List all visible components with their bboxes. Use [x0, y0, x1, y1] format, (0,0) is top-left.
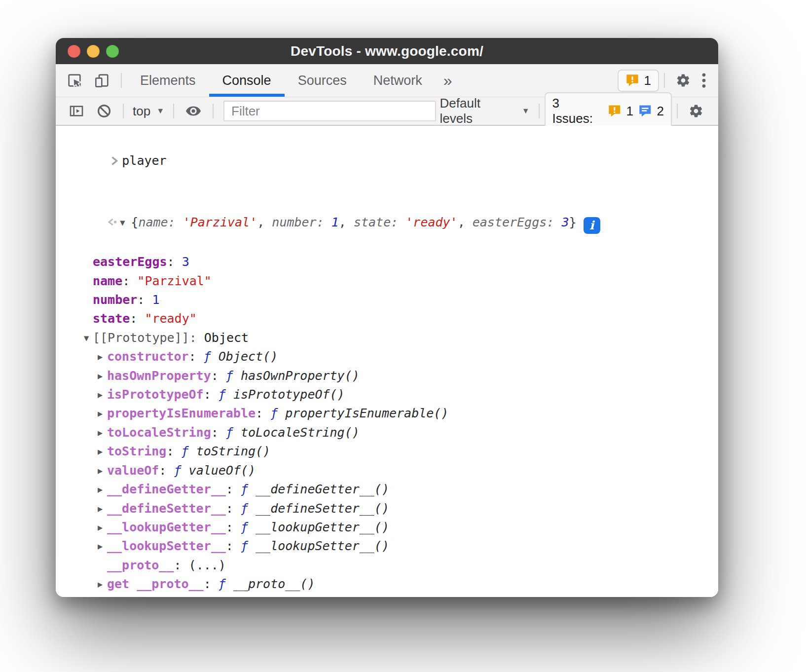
- prototype-member-key: hasOwnProperty: [107, 369, 211, 383]
- collapse-triangle-icon[interactable]: ▼: [84, 329, 93, 347]
- prototype-member-key: __lookupGetter__: [107, 520, 226, 534]
- prototype-member-colon: :: [211, 425, 226, 440]
- prototype-member-key: __proto__: [107, 558, 174, 572]
- minimize-window-button[interactable]: [87, 45, 100, 58]
- prototype-children: ▶constructor: ƒ Object()▶hasOwnProperty:…: [56, 347, 718, 597]
- prototype-member-key: toString: [107, 444, 166, 458]
- property-key: easterEggs: [93, 255, 167, 269]
- property-key: state: [93, 311, 130, 326]
- prototype-member-colon: :: [226, 501, 241, 516]
- function-symbol: ƒ: [204, 349, 211, 364]
- divider: [173, 104, 174, 118]
- tab-console[interactable]: Console: [209, 64, 285, 97]
- message-badge-icon: [638, 104, 652, 118]
- settings-button[interactable]: [670, 73, 696, 88]
- divider: [121, 73, 122, 88]
- accessor-ellipsis[interactable]: (...): [189, 558, 226, 572]
- tab-sources[interactable]: Sources: [285, 64, 360, 97]
- function-symbol: ƒ: [226, 425, 233, 440]
- expand-triangle-icon[interactable]: ▶: [98, 537, 107, 556]
- function-signature: isPrototypeOf(): [226, 387, 345, 402]
- prototype-row: ▼[[Prototype]]: Object: [56, 329, 718, 347]
- function-symbol: ƒ: [241, 539, 248, 553]
- preview-key: name: [138, 215, 168, 229]
- close-window-button[interactable]: [68, 45, 80, 58]
- create-live-expression-button[interactable]: [179, 103, 208, 119]
- expand-triangle-icon[interactable]: ▶: [98, 347, 107, 366]
- more-tabs-icon[interactable]: »: [436, 64, 460, 97]
- expand-triangle-icon[interactable]: ▶: [98, 367, 107, 385]
- prototype-member-key: set __proto__: [107, 596, 204, 597]
- console-result-row: ▼{name: 'Parzival', number: 1, state: 'r…: [56, 194, 718, 253]
- zoom-window-button[interactable]: [106, 45, 119, 58]
- devtools-window: DevTools - www.google.com/ Elements Cons…: [56, 38, 718, 597]
- inspect-element-button[interactable]: [61, 64, 88, 97]
- expand-triangle-icon[interactable]: ▶: [98, 518, 107, 537]
- prototype-member-key: constructor: [107, 349, 189, 364]
- clear-console-button[interactable]: [90, 103, 118, 119]
- warning-badge-icon: [608, 104, 622, 118]
- function-signature: __lookupGetter__(): [248, 520, 389, 534]
- preview-value: 1: [331, 215, 339, 229]
- prototype-member-key: toLocaleString: [107, 425, 211, 440]
- filter-input[interactable]: [223, 101, 436, 121]
- prototype-member-row: ▶__defineSetter__: ƒ __defineSetter__(): [56, 499, 718, 518]
- prototype-member-colon: :: [204, 596, 219, 597]
- issues-label: 3 Issues:: [552, 96, 603, 126]
- prototype-member-key: __defineGetter__: [107, 482, 226, 496]
- property-value: 3: [182, 255, 189, 269]
- property-row: state: "ready": [56, 309, 718, 328]
- function-signature: hasOwnProperty(): [233, 369, 360, 383]
- context-selector-dropdown[interactable]: top ▼: [129, 104, 168, 119]
- indent-spacer: [98, 556, 107, 575]
- gear-icon: [676, 73, 691, 88]
- log-levels-dropdown[interactable]: Default levels ▼: [436, 96, 534, 126]
- more-menu-icon[interactable]: [696, 72, 711, 89]
- issues-counter-button[interactable]: 1: [618, 70, 659, 92]
- prototype-member-colon: :: [159, 463, 174, 478]
- expand-triangle-icon[interactable]: ▶: [98, 461, 107, 480]
- show-console-sidebar-button[interactable]: [63, 103, 90, 119]
- expand-triangle-icon[interactable]: ▶: [98, 594, 107, 597]
- property-colon: :: [130, 311, 145, 326]
- issues-warning-count: 1: [626, 104, 633, 119]
- tab-elements[interactable]: Elements: [127, 64, 209, 97]
- prototype-member-row: __proto__: (...): [56, 556, 718, 575]
- console-output: player ▼{name: 'Parzival', number: 1, st…: [56, 126, 718, 597]
- property-colon: :: [137, 293, 152, 307]
- function-signature: propertyIsEnumerable(): [278, 406, 448, 420]
- prototype-member-colon: :: [226, 520, 241, 534]
- divider: [213, 104, 214, 118]
- function-signature: __proto__(): [226, 577, 315, 591]
- console-settings-button[interactable]: [683, 104, 709, 118]
- expand-triangle-icon[interactable]: ▶: [98, 480, 107, 499]
- expand-triangle-icon[interactable]: ▶: [98, 499, 107, 518]
- issues-summary-button[interactable]: 3 Issues: 1 2: [545, 92, 672, 130]
- property-value: "ready": [145, 311, 196, 326]
- divider: [664, 73, 665, 88]
- expand-triangle-icon[interactable]: ▶: [98, 575, 107, 594]
- function-signature: __defineSetter__(): [248, 501, 389, 516]
- info-icon[interactable]: i: [584, 217, 600, 234]
- function-signature: __lookupSetter__(): [248, 539, 389, 553]
- expand-triangle-icon[interactable]: ▶: [98, 423, 107, 442]
- property-row: easterEggs: 3: [56, 253, 718, 271]
- tab-network[interactable]: Network: [360, 64, 436, 97]
- expand-triangle-icon[interactable]: ▶: [98, 404, 107, 423]
- collapse-triangle-icon[interactable]: ▼: [120, 213, 131, 232]
- preview-colon: :: [391, 215, 405, 229]
- own-properties: easterEggs: 3name: "Parzival"number: 1st…: [56, 253, 718, 329]
- property-colon: :: [167, 255, 182, 269]
- prototype-member-colon: :: [226, 482, 241, 496]
- expand-triangle-icon[interactable]: ▶: [98, 442, 107, 461]
- prototype-member-row: ▶__lookupSetter__: ƒ __lookupSetter__(): [56, 537, 718, 556]
- expand-triangle-icon[interactable]: ▶: [98, 385, 107, 404]
- function-signature: toLocaleString(): [233, 425, 360, 440]
- window-title: DevTools - www.google.com/: [291, 43, 483, 59]
- clear-console-icon: [96, 103, 112, 119]
- prototype-member-row: ▶propertyIsEnumerable: ƒ propertyIsEnume…: [56, 404, 718, 423]
- toggle-device-toolbar-button[interactable]: [88, 64, 116, 97]
- eye-icon: [185, 103, 202, 119]
- device-toolbar-icon: [94, 73, 110, 88]
- function-symbol: ƒ: [219, 596, 226, 597]
